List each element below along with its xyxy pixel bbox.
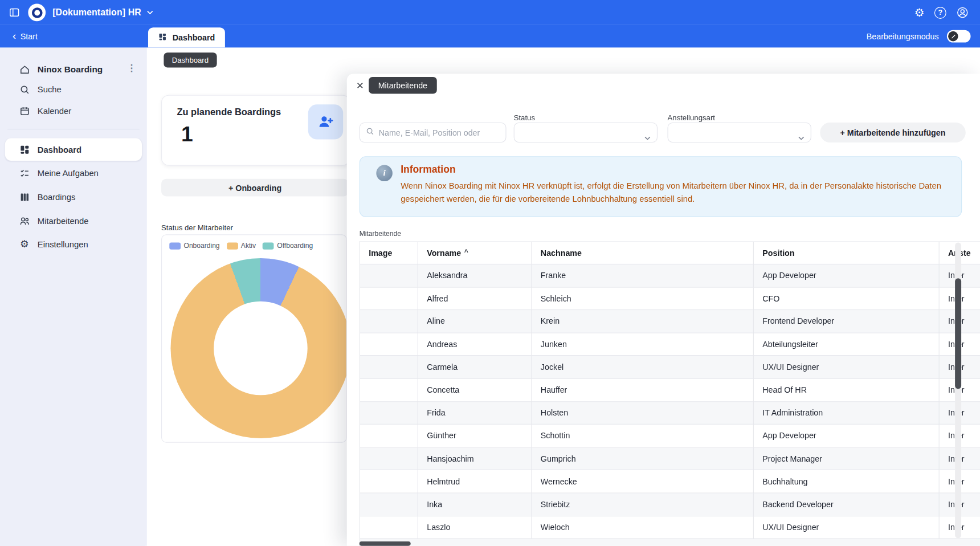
- table-cell[interactable]: Hansjoachim: [418, 447, 532, 470]
- table-cell[interactable]: Head Of HR: [754, 379, 940, 402]
- vertical-scrollbar-thumb[interactable]: [955, 278, 961, 389]
- sidebar-divider: [7, 129, 139, 129]
- table-cell[interactable]: Helmtrud: [418, 470, 532, 493]
- table-cell[interactable]: Abteilungsleiter: [754, 333, 940, 356]
- table-row[interactable]: HansjoachimGumprichProject ManagerInter: [360, 447, 980, 470]
- account-icon[interactable]: [956, 6, 969, 19]
- sidebar: Ninox Boarding ⋮ Suche Kalender Dashboar…: [0, 47, 147, 545]
- workspace-title[interactable]: [Dokumentation] HR: [52, 7, 141, 18]
- tab-dashboard[interactable]: Dashboard: [148, 27, 225, 47]
- table-cell[interactable]: Inka: [418, 493, 532, 516]
- table-row[interactable]: AleksandraFrankeApp DeveloperInter: [360, 264, 980, 287]
- table-cell[interactable]: Aleksandra: [418, 264, 532, 287]
- chevron-down-icon[interactable]: [147, 11, 153, 15]
- sidebar-item-dashboard[interactable]: Dashboard: [5, 138, 142, 160]
- table-cell[interactable]: CFO: [754, 287, 940, 310]
- table-cell[interactable]: [360, 516, 418, 539]
- chart-title: Status der Mitarbeiter: [161, 223, 233, 232]
- close-icon[interactable]: ✕: [353, 79, 367, 92]
- table-cell[interactable]: Laszlo: [418, 516, 532, 539]
- help-icon[interactable]: ?: [934, 7, 946, 19]
- table-cell[interactable]: Concetta: [418, 379, 532, 402]
- table-cell[interactable]: Striebitz: [532, 493, 753, 516]
- table-cell[interactable]: Project Manager: [754, 447, 940, 470]
- table-row[interactable]: AndreasJunkenAbteilungsleiterInter: [360, 333, 980, 356]
- sidebar-toggle-icon[interactable]: [9, 7, 20, 18]
- table-cell[interactable]: Gumprich: [532, 447, 753, 470]
- table-cell[interactable]: Hauffer: [532, 379, 753, 402]
- table-row[interactable]: AlineKreinFrontend DeveloperInter: [360, 310, 980, 333]
- table-cell[interactable]: [360, 493, 418, 516]
- table-cell[interactable]: Alfred: [418, 287, 532, 310]
- status-filter-select[interactable]: [514, 123, 658, 142]
- gear-icon[interactable]: ⚙: [914, 7, 925, 18]
- table-cell[interactable]: Junken: [532, 333, 753, 356]
- dashboard-icon: [19, 144, 30, 155]
- add-employee-button[interactable]: + Mitarbeitende hinzufügen: [820, 123, 966, 142]
- table-row[interactable]: LaszloWielochUX/UI DesignerInter: [360, 516, 980, 539]
- sidebar-workspace[interactable]: Ninox Boarding ⋮: [0, 60, 147, 79]
- table-cell[interactable]: [360, 287, 418, 310]
- sidebar-item-kalender[interactable]: Kalender: [0, 100, 147, 121]
- table-cell[interactable]: [360, 402, 418, 425]
- table-cell[interactable]: Andreas: [418, 333, 532, 356]
- table-cell[interactable]: Wieloch: [532, 516, 753, 539]
- table-cell[interactable]: Buchhaltung: [754, 470, 940, 493]
- column-header-nachname[interactable]: Nachname: [532, 242, 753, 264]
- search-input[interactable]: [379, 128, 500, 137]
- horizontal-scrollbar-thumb[interactable]: [360, 541, 411, 546]
- table-cell[interactable]: Krein: [532, 310, 753, 333]
- table-cell[interactable]: Wernecke: [532, 470, 753, 493]
- status-donut-chart[interactable]: [170, 258, 346, 438]
- table-cell[interactable]: Jockel: [532, 356, 753, 379]
- table-cell[interactable]: [360, 447, 418, 470]
- column-header-vorname[interactable]: Vorname^: [418, 242, 532, 264]
- table-cell[interactable]: [360, 333, 418, 356]
- table-cell[interactable]: Frontend Developer: [754, 310, 940, 333]
- table-cell[interactable]: Schottin: [532, 425, 753, 447]
- table-cell[interactable]: UX/UI Designer: [754, 356, 940, 379]
- table-cell[interactable]: [360, 310, 418, 333]
- table-cell[interactable]: IT Administration: [754, 402, 940, 425]
- table-cell[interactable]: [360, 379, 418, 402]
- sidebar-item-meine-aufgaben[interactable]: Meine Aufgaben: [5, 162, 142, 184]
- page-title-badge: Dashboard: [164, 52, 217, 67]
- chevron-left-icon: ‹: [13, 30, 16, 41]
- table-cell[interactable]: Holsten: [532, 402, 753, 425]
- column-header-image[interactable]: Image: [360, 242, 418, 264]
- back-to-start[interactable]: ‹ Start: [13, 25, 38, 47]
- more-menu-icon[interactable]: ⋮: [127, 63, 137, 74]
- table-row[interactable]: HelmtrudWerneckeBuchhaltungInter: [360, 470, 980, 493]
- calendar-icon: [19, 105, 30, 116]
- table-cell[interactable]: [360, 356, 418, 379]
- table-cell[interactable]: Franke: [532, 264, 753, 287]
- add-onboarding-button[interactable]: + Onboarding: [161, 179, 349, 197]
- table-cell[interactable]: UX/UI Designer: [754, 516, 940, 539]
- table-cell[interactable]: Schleich: [532, 287, 753, 310]
- edit-mode-toggle[interactable]: [947, 30, 971, 43]
- sidebar-item-boardings[interactable]: Boardings: [5, 186, 142, 208]
- table-row[interactable]: ConcettaHaufferHead Of HRInter: [360, 379, 980, 402]
- table-cell[interactable]: Günther: [418, 425, 532, 447]
- table-row[interactable]: FridaHolstenIT AdministrationInter: [360, 402, 980, 425]
- table-row[interactable]: GüntherSchottinApp DeveloperInter: [360, 425, 980, 447]
- edit-mode-label: Bearbeitungsmodus: [867, 25, 939, 47]
- sidebar-item-einstellungen[interactable]: ⚙Einstellungen: [5, 233, 142, 255]
- column-header-position[interactable]: Position: [754, 242, 940, 264]
- employee-search[interactable]: [360, 123, 507, 142]
- table-cell[interactable]: Backend Developer: [754, 493, 940, 516]
- employment-filter-select[interactable]: [668, 123, 811, 142]
- sidebar-item-mitarbeitende[interactable]: Mitarbeitende: [5, 209, 142, 231]
- table-cell[interactable]: Carmela: [418, 356, 532, 379]
- table-cell[interactable]: [360, 425, 418, 447]
- table-cell[interactable]: Frida: [418, 402, 532, 425]
- table-cell[interactable]: App Developer: [754, 264, 940, 287]
- table-cell[interactable]: [360, 264, 418, 287]
- table-cell[interactable]: App Developer: [754, 425, 940, 447]
- table-cell[interactable]: [360, 470, 418, 493]
- table-row[interactable]: InkaStriebitzBackend DeveloperInter: [360, 493, 980, 516]
- table-row[interactable]: CarmelaJockelUX/UI DesignerInter: [360, 356, 980, 379]
- sidebar-item-suche[interactable]: Suche: [0, 79, 147, 100]
- table-row[interactable]: AlfredSchleichCFOInter: [360, 287, 980, 310]
- table-cell[interactable]: Aline: [418, 310, 532, 333]
